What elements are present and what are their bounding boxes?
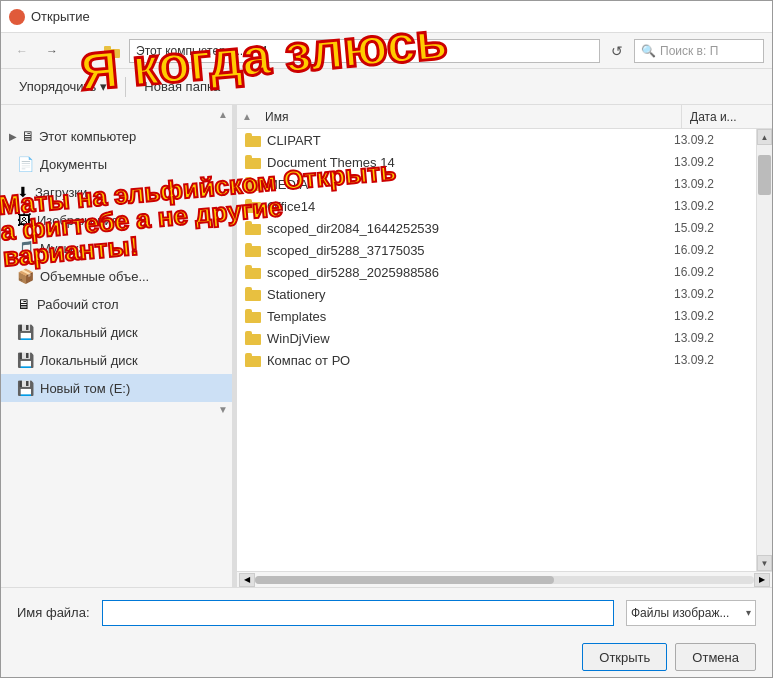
downloads-icon: ⬇: [17, 184, 29, 200]
location-icon[interactable]: [99, 38, 125, 64]
title-bar: Открытие: [1, 1, 772, 33]
file-name-text: Office14: [267, 199, 315, 214]
documents-icon: 📄: [17, 156, 34, 172]
scroll-up-button[interactable]: ▲: [757, 129, 772, 145]
table-row[interactable]: scoped_dir5288_37175035 16.09.2: [237, 239, 756, 261]
sidebar-item-downloads[interactable]: ⬇ Загрузки: [1, 178, 232, 206]
file-date-cell: 13.09.2: [666, 283, 756, 305]
hscroll-track[interactable]: [255, 576, 754, 584]
hscroll-right-btn[interactable]: ▶: [754, 573, 770, 587]
file-name-text: Templates: [267, 309, 326, 324]
cancel-button[interactable]: Отмена: [675, 643, 756, 671]
table-row[interactable]: Компас от РО 13.09.2: [237, 349, 756, 371]
back-button[interactable]: ←: [9, 38, 35, 64]
sidebar-item-music[interactable]: 🎵 Музыка: [1, 234, 232, 262]
file-name-text: scoped_dir5288_37175035: [267, 243, 425, 258]
file-name-text: scoped_dir2084_1644252539: [267, 221, 439, 236]
scroll-thumb[interactable]: [758, 155, 771, 195]
sidebar-item-images[interactable]: 🖼 Изображения: [1, 206, 232, 234]
sidebar-item-label: Загрузки: [35, 185, 87, 200]
bottom-bar: Имя файла: Файлы изображ... ▾: [1, 587, 772, 637]
file-list-scroll[interactable]: CLIPART 13.09.2 Document Themes 14 13.09…: [237, 129, 756, 571]
app-icon: [9, 9, 25, 25]
hscroll-thumb[interactable]: [255, 576, 554, 584]
file-name-cell: CLIPART: [237, 129, 666, 151]
table-row[interactable]: Templates 13.09.2: [237, 305, 756, 327]
file-name-text: CLIPART: [267, 133, 321, 148]
forward-button[interactable]: →: [39, 38, 65, 64]
sidebar-item-drive-c[interactable]: 💾 Локальный диск: [1, 318, 232, 346]
sidebar-item-3d-objects[interactable]: 📦 Объемные объе...: [1, 262, 232, 290]
table-row[interactable]: Stationery 13.09.2: [237, 283, 756, 305]
computer-icon: 🖥: [21, 128, 35, 144]
toolbar-divider: [125, 77, 126, 97]
sidebar-item-label: Локальный диск: [40, 353, 138, 368]
horizontal-scrollbar[interactable]: ◀ ▶: [237, 571, 772, 587]
filename-label: Имя файла:: [17, 605, 90, 620]
organize-label: Упорядочить: [19, 79, 96, 94]
file-date-cell: 16.09.2: [666, 239, 756, 261]
sidebar-scroll-indicator: ▲: [1, 109, 232, 122]
file-name-cell: scoped_dir5288_37175035: [237, 239, 666, 261]
file-name-cell: Document Themes 14: [237, 151, 666, 173]
file-date-cell: 13.09.2: [666, 349, 756, 371]
file-date-cell: 16.09.2: [666, 261, 756, 283]
scroll-track[interactable]: [757, 145, 772, 555]
sidebar-item-label: Объемные объе...: [40, 269, 149, 284]
hscroll-left-btn[interactable]: ◀: [239, 573, 255, 587]
folder-icon: [245, 309, 261, 323]
address-bar[interactable]: Этот компьютер › ... › М: [129, 39, 600, 63]
organize-arrow: ▾: [100, 79, 107, 94]
filetype-dropdown[interactable]: Файлы изображ... ▾: [626, 600, 756, 626]
file-list-area: ▲ Имя Дата и... CLIPART: [237, 105, 772, 587]
drive-c-icon: 💾: [17, 324, 34, 340]
filename-input[interactable]: [102, 600, 614, 626]
chevron-right-icon: ▶: [9, 131, 17, 142]
computer-label: Этот компьютер: [39, 129, 136, 144]
table-row[interactable]: MEDIA 13.09.2: [237, 173, 756, 195]
file-date-cell: 13.09.2: [666, 327, 756, 349]
folder-icon: [245, 177, 261, 191]
sidebar-item-drive-e[interactable]: 💾 Новый том (E:): [1, 374, 232, 402]
table-row[interactable]: scoped_dir2084_1644252539 15.09.2: [237, 217, 756, 239]
file-name-text: scoped_dir5288_2025988586: [267, 265, 439, 280]
toolbar: Упорядочить ▾ Новая папка: [1, 69, 772, 105]
open-button[interactable]: Открыть: [582, 643, 667, 671]
main-area: ▲ ▶ 🖥 Этот компьютер 📄 Документы ⬇ Загру…: [1, 105, 772, 587]
sidebar-item-label: Музыка: [40, 241, 86, 256]
sidebar: ▲ ▶ 🖥 Этот компьютер 📄 Документы ⬇ Загру…: [1, 105, 233, 587]
folder-icon: [245, 155, 261, 169]
table-row[interactable]: WinDjView 13.09.2: [237, 327, 756, 349]
folder-icon: [245, 287, 261, 301]
vertical-scrollbar[interactable]: ▲ ▼: [756, 129, 772, 571]
folder-icon: [245, 331, 261, 345]
sidebar-item-label: Рабочий стол: [37, 297, 119, 312]
sidebar-item-computer[interactable]: ▶ 🖥 Этот компьютер: [1, 122, 232, 150]
scroll-down-button[interactable]: ▼: [757, 555, 772, 571]
col-header-name[interactable]: Имя: [257, 105, 682, 128]
table-row[interactable]: Office14 13.09.2: [237, 195, 756, 217]
file-date-cell: 15.09.2: [666, 217, 756, 239]
sidebar-item-documents[interactable]: 📄 Документы: [1, 150, 232, 178]
up-button[interactable]: [69, 38, 95, 64]
new-folder-button[interactable]: Новая папка: [134, 73, 230, 101]
file-name-cell: scoped_dir5288_2025988586: [237, 261, 666, 283]
sidebar-item-label: Изображения: [37, 213, 119, 228]
address-text: Этот компьютер › ... › М: [136, 44, 267, 58]
file-name-cell: scoped_dir2084_1644252539: [237, 217, 666, 239]
file-list-with-scrollbar: CLIPART 13.09.2 Document Themes 14 13.09…: [237, 129, 772, 571]
col-header-date[interactable]: Дата и...: [682, 105, 772, 128]
organize-button[interactable]: Упорядочить ▾: [9, 73, 117, 101]
window-title: Открытие: [31, 9, 90, 24]
table-row[interactable]: CLIPART 13.09.2: [237, 129, 756, 151]
refresh-button[interactable]: ↺: [604, 38, 630, 64]
nav-bar: ← → Этот компьютер › ... › М ↺ 🔍 Поиск в…: [1, 33, 772, 69]
table-row[interactable]: Document Themes 14 13.09.2: [237, 151, 756, 173]
search-placeholder: Поиск в: П: [660, 44, 718, 58]
sidebar-item-desktop[interactable]: 🖥 Рабочий стол: [1, 290, 232, 318]
table-row[interactable]: scoped_dir5288_2025988586 16.09.2: [237, 261, 756, 283]
file-name-text: WinDjView: [267, 331, 330, 346]
sidebar-item-drive-d[interactable]: 💾 Локальный диск: [1, 346, 232, 374]
folder-icon: [245, 243, 261, 257]
search-box[interactable]: 🔍 Поиск в: П: [634, 39, 764, 63]
